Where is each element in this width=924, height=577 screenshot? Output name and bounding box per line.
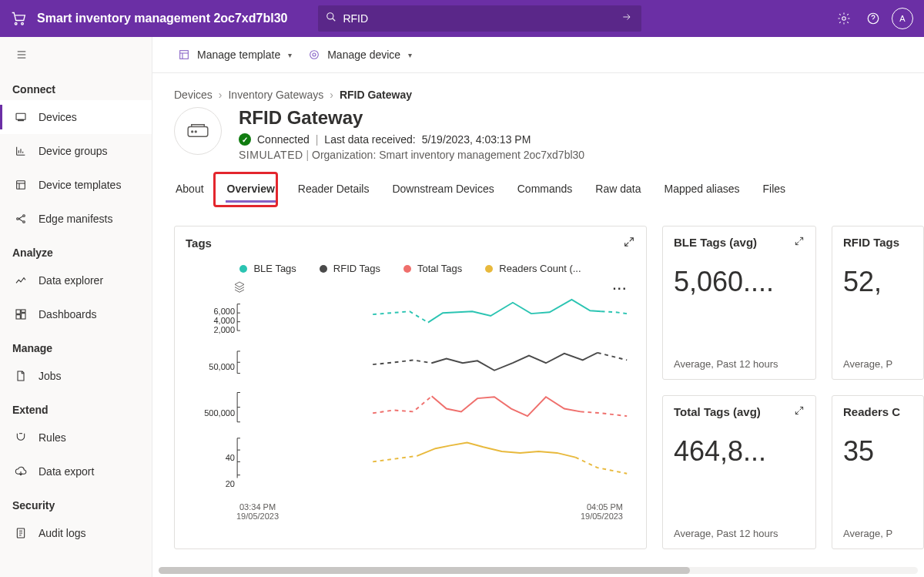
svg-point-20 (192, 131, 193, 133)
cards-row: Tags BLE Tags RFID Tags Total Tags Reade… (174, 226, 924, 549)
x-tick-right: 04:05 PM 19/05/2023 (581, 502, 623, 521)
global-search[interactable] (318, 5, 641, 32)
tab-downstream-devices[interactable]: Downstream Devices (390, 178, 495, 203)
sidebar-item-device-templates[interactable]: Device templates (0, 168, 152, 202)
last-data-label: Last data received: (324, 133, 415, 146)
x-axis: 03:34 PM 19/05/2023 04:05 PM 19/05/2023 (236, 502, 623, 521)
sidebar-item-edge-manifests[interactable]: Edge manifests (0, 202, 152, 236)
svg-rect-11 (16, 310, 20, 314)
svg-rect-5 (16, 113, 25, 119)
breadcrumb-gateways[interactable]: Inventory Gateways (228, 89, 323, 101)
chevron-right-icon: › (330, 89, 333, 101)
svg-point-3 (842, 17, 846, 21)
total-tags-card: Total Tags (avg) 464,8... Average, Past … (662, 395, 816, 549)
edge-icon (14, 212, 28, 226)
search-icon (326, 12, 336, 25)
jobs-icon (14, 369, 28, 383)
horizontal-scrollbar[interactable] (159, 567, 918, 574)
sidebar-item-data-explorer[interactable]: Data explorer (0, 263, 152, 297)
manage-device-button[interactable]: Manage device ▾ (307, 48, 412, 62)
sidebar-item-dashboards[interactable]: Dashboards (0, 297, 152, 331)
chart-icon (14, 144, 28, 158)
sidebar-section-connect: Connect (0, 72, 152, 100)
svg-point-0 (15, 22, 17, 25)
org-value: Smart inventory management 2oc7xd7bl30 (379, 149, 584, 161)
svg-point-17 (310, 51, 319, 59)
tab-bar: About Overview Reader Details Downstream… (174, 178, 924, 203)
template-icon (14, 178, 28, 192)
sidebar-toggle[interactable] (0, 37, 152, 72)
stat-value: 5,060.... (674, 266, 805, 298)
sidebar: Connect Devices Device groups Device tem… (0, 37, 152, 577)
sidebar-item-device-groups[interactable]: Device groups (0, 134, 152, 168)
sidebar-section-manage: Manage (0, 331, 152, 359)
stat-sub: Average, Past 12 hours (674, 358, 805, 370)
sidebar-section-security: Security (0, 488, 152, 516)
device-type-icon (174, 107, 222, 155)
breadcrumb: Devices › Inventory Gateways › RFID Gate… (174, 89, 924, 101)
chevron-right-icon: › (219, 89, 223, 101)
rules-icon (14, 431, 28, 444)
stat-sub: Average, Past 12 hours (674, 528, 805, 539)
breadcrumb-devices[interactable]: Devices (174, 89, 213, 101)
device-small-icon (307, 48, 321, 62)
svg-rect-12 (22, 310, 25, 312)
svg-rect-7 (17, 181, 25, 190)
explorer-icon (14, 273, 28, 287)
svg-rect-13 (22, 314, 25, 319)
sidebar-item-rules[interactable]: Rules (0, 421, 152, 455)
sidebar-item-jobs[interactable]: Jobs (0, 359, 152, 393)
export-icon (14, 465, 28, 478)
chevron-down-icon: ▾ (408, 51, 412, 59)
audit-icon (14, 526, 28, 540)
sidebar-item-data-export[interactable]: Data export (0, 455, 152, 488)
svg-point-10 (23, 221, 25, 223)
card-title: Tags (186, 237, 212, 250)
tab-overview[interactable]: Overview (226, 178, 276, 203)
expand-icon[interactable] (794, 236, 805, 249)
tab-about[interactable]: About (174, 178, 206, 203)
svg-rect-16 (180, 51, 189, 59)
svg-point-9 (23, 215, 25, 217)
tab-mapped-aliases[interactable]: Mapped aliases (662, 178, 741, 203)
main-content: Manage template ▾ Manage device ▾ Device… (152, 37, 924, 577)
org-label: Organization: (312, 149, 376, 161)
manage-template-button[interactable]: Manage template ▾ (177, 48, 292, 62)
expand-icon[interactable] (623, 236, 635, 250)
simulated-badge: SIMULATED (239, 149, 303, 161)
expand-icon[interactable] (794, 405, 805, 418)
breadcrumb-current: RFID Gateway (340, 89, 412, 101)
status-text: Connected (257, 133, 310, 146)
tab-raw-data[interactable]: Raw data (594, 178, 642, 203)
account-avatar[interactable]: A (890, 6, 915, 31)
svg-rect-6 (18, 119, 24, 120)
settings-button[interactable] (832, 6, 856, 31)
chart-area[interactable]: ··· 6,000 4,000 2,000 50,000 500,000 40 … (189, 282, 631, 521)
tab-reader-details[interactable]: Reader Details (296, 178, 371, 203)
chart-legend: BLE Tags RFID Tags Total Tags Readers Co… (175, 260, 646, 282)
template-small-icon (177, 48, 191, 62)
tab-files[interactable]: Files (762, 178, 788, 203)
dashboard-icon (14, 307, 28, 321)
rfid-tags-card: RFID Tags 52, Average, P (832, 226, 924, 380)
last-data-value: 5/19/2023, 4:03:13 PM (422, 133, 531, 146)
svg-point-18 (313, 53, 316, 56)
scrollbar-thumb[interactable] (159, 567, 690, 574)
search-input[interactable] (343, 12, 620, 25)
x-tick-left: 03:34 PM 19/05/2023 (236, 502, 279, 521)
svg-point-1 (22, 22, 24, 25)
svg-rect-14 (16, 315, 20, 319)
sidebar-item-audit-logs[interactable]: Audit logs (0, 516, 152, 550)
stat-value: 52, (843, 266, 912, 298)
sidebar-section-analyze: Analyze (0, 236, 152, 263)
chevron-down-icon: ▾ (288, 51, 292, 59)
svg-point-2 (327, 13, 333, 19)
app-logo-icon (9, 11, 28, 26)
stat-value: 464,8... (674, 435, 805, 468)
search-go-icon[interactable] (620, 12, 634, 25)
tab-commands[interactable]: Commands (516, 178, 574, 203)
ble-tags-card: BLE Tags (avg) 5,060.... Average, Past 1… (662, 226, 816, 380)
help-button[interactable] (861, 6, 886, 31)
sidebar-item-devices[interactable]: Devices (0, 100, 152, 134)
device-header: RFID Gateway ✓ Connected | Last data rec… (174, 107, 924, 161)
